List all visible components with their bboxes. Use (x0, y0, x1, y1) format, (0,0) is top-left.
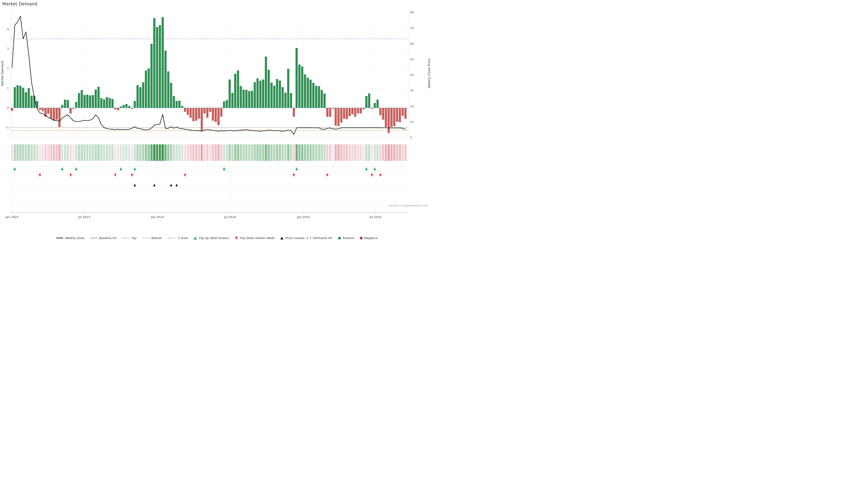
heatmap-cell (36, 144, 38, 161)
heatmap-cell (329, 144, 331, 161)
heatmap-cell (201, 144, 203, 161)
heatmap-cell (162, 144, 164, 161)
demand-bar-negative (326, 108, 329, 117)
demand-bar-negative (338, 108, 340, 126)
heatmap-cell (385, 144, 387, 161)
demand-bar-negative (360, 108, 362, 113)
reference-lines (11, 39, 408, 131)
heatmap-cell (332, 144, 334, 161)
heatmap-cell (133, 144, 136, 161)
demand-bar-positive (290, 93, 292, 108)
heatmap-cell (19, 144, 22, 161)
heatmap-cell (312, 144, 314, 161)
heatmap-cell (368, 144, 370, 161)
left-axis-tick-label: 2 (7, 67, 9, 70)
demand-bar-positive (31, 96, 33, 108)
legend-label: Price crosses -1 ↑ (Demand ref) (285, 236, 332, 240)
heatmap-cell (393, 144, 395, 161)
legend-item-flip-up-red-green: Flip Up (Red→Green) (194, 236, 229, 240)
demand-bar-positive (97, 87, 100, 108)
flip-up-marker (133, 167, 136, 170)
flip-up-marker (13, 167, 16, 170)
demand-bar-positive (284, 93, 287, 108)
legend-label: Bottom (151, 236, 162, 240)
heatmap-cell (95, 144, 97, 161)
heatmap-cell (363, 144, 365, 161)
demand-bar-positive (237, 70, 239, 108)
heatmap-cell (75, 144, 77, 161)
demand-bar-negative (58, 108, 61, 127)
heatmap-cell (326, 144, 329, 161)
demand-bar-positive (312, 83, 314, 108)
heatmap-cell (348, 144, 351, 161)
heatmap-cell (226, 144, 228, 161)
heatmap-cell (212, 144, 214, 161)
demand-bar-positive (108, 98, 111, 108)
demand-bar-positive (176, 101, 178, 108)
demand-bar-negative (70, 108, 72, 113)
heatmap-cell (41, 144, 44, 161)
legend-item-price-crosses-1-demand-ref: Price crosses -1 ↑ (Demand ref) (280, 236, 332, 240)
legend-item-negative: Negative (360, 236, 377, 240)
heatmap-cell (50, 144, 52, 161)
right-axis-tick-label: 0 (410, 136, 412, 139)
heatmap-cell (217, 144, 220, 161)
flip-up-marker (223, 167, 225, 170)
demand-bar-positive (67, 100, 69, 108)
demand-bar-positive (173, 96, 175, 108)
heatmap-cell (156, 144, 158, 161)
heatmap-cell (139, 144, 142, 161)
heatmap-cell (192, 144, 195, 161)
demand-bar-positive (103, 99, 105, 108)
demand-bar-positive (17, 85, 19, 108)
demand-bar-positive (86, 95, 89, 108)
legend-label: Top (131, 236, 136, 240)
demand-bar-positive (268, 70, 270, 108)
flip-down-marker (326, 174, 329, 177)
price-cross-marker (170, 184, 172, 186)
heatmap-cell (237, 144, 239, 161)
heatmap-cell (215, 144, 217, 161)
heatmap-cell (128, 144, 130, 161)
demand-bar-negative (335, 108, 337, 126)
heatmap-cell (153, 144, 156, 161)
demand-bar-positive (273, 86, 276, 108)
heatmap-cell (279, 144, 281, 161)
demand-bar-positive (301, 66, 303, 108)
heatmap-cell (301, 144, 303, 161)
heatmap-cell (53, 144, 55, 161)
demand-bar-positive (81, 90, 83, 108)
demand-bar-positive (142, 82, 145, 108)
demand-bar-positive (315, 86, 317, 108)
demand-bar-negative (187, 108, 189, 115)
demand-bar-positive (162, 17, 164, 108)
demand-bar-positive (265, 57, 267, 108)
right-axis-tick-label: 40 (410, 73, 414, 76)
demand-bar-positive (296, 48, 298, 108)
flip-down-marker (379, 174, 381, 177)
left-axis-tick-label: 4 (7, 27, 9, 31)
heatmap-cell (379, 144, 381, 161)
legend-label: Baseline (0) (99, 236, 117, 240)
heatmap-cell (304, 144, 306, 161)
demand-bar-positive (95, 90, 97, 108)
heatmap-cell (22, 144, 24, 161)
demand-bar-negative (195, 108, 197, 121)
demand-bar-positive (309, 80, 312, 108)
heatmap-cell (70, 144, 72, 161)
demand-bar-positive (307, 78, 309, 108)
demand-bar-positive (64, 100, 66, 108)
demand-bar-positive (376, 100, 379, 108)
heatmap-cell (189, 144, 192, 161)
heatmap-cell (307, 144, 309, 161)
heatmap-cell (234, 144, 237, 161)
legend-item-weekly-close: Weekly Close (56, 236, 84, 240)
flip-up-marker (75, 167, 78, 170)
x-axis-tick-label: Jul 2024 (224, 215, 236, 219)
legend-swatch-dots-icon (123, 238, 130, 238)
heatmap-cell (338, 144, 340, 161)
demand-bar-positive (374, 103, 376, 108)
heatmap-cell (92, 144, 94, 161)
heatmap-cell (354, 144, 356, 161)
flip-down-marker (39, 174, 41, 177)
